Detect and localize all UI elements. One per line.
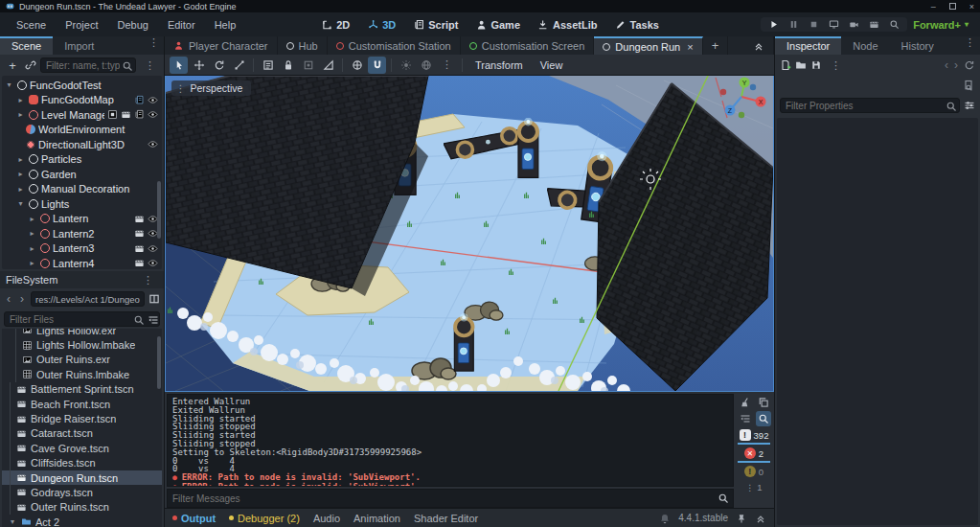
workspace-assetlib[interactable]: AssetLib bbox=[531, 17, 604, 33]
workspace-script[interactable]: Script bbox=[406, 17, 465, 33]
preview-settings-icon[interactable]: ⋮ bbox=[437, 58, 457, 71]
3d-scene[interactable]: Y X Z bbox=[166, 76, 773, 391]
scene-tree-menu-icon[interactable]: ⋮ bbox=[140, 59, 160, 72]
scene-tab-customisation-station[interactable]: Customisation Station bbox=[328, 36, 461, 55]
remote-debug-icon[interactable] bbox=[829, 19, 839, 30]
tab-scene[interactable]: Scene bbox=[0, 36, 53, 55]
new-resource-icon[interactable] bbox=[780, 59, 791, 71]
menu-project[interactable]: Project bbox=[57, 16, 106, 34]
scene-tree-scrollbar[interactable] bbox=[157, 181, 161, 239]
bottom-tab-audio[interactable]: Audio bbox=[313, 513, 340, 524]
preview-environment-toggle[interactable] bbox=[417, 57, 435, 74]
visibility-icon[interactable] bbox=[148, 258, 158, 268]
split-view-icon[interactable] bbox=[148, 293, 160, 305]
tree-node[interactable]: WorldEnvironment bbox=[2, 123, 162, 138]
path-field[interactable] bbox=[31, 291, 145, 307]
open-docs-icon[interactable] bbox=[963, 80, 974, 91]
property-tune-icon[interactable] bbox=[964, 100, 975, 111]
folder-row[interactable]: ▾Act 2 bbox=[2, 515, 162, 527]
movie-maker-icon[interactable] bbox=[849, 19, 859, 30]
close-tab-icon[interactable]: × bbox=[687, 41, 693, 53]
file-row[interactable]: Lights Hollow.lmbake bbox=[2, 337, 162, 352]
warnings-filter-toggle[interactable]: ! 0 bbox=[738, 464, 770, 479]
file-row[interactable]: Battlement Sprint.tscn bbox=[2, 382, 162, 397]
pause-button[interactable] bbox=[788, 19, 799, 30]
resource-menu-icon[interactable]: ⋮ bbox=[826, 59, 846, 72]
save-resource-icon[interactable] bbox=[810, 59, 822, 71]
object-history-icon[interactable] bbox=[964, 59, 975, 71]
file-row[interactable]: Cliffsides.tscn bbox=[2, 456, 162, 470]
maximize-button[interactable] bbox=[949, 3, 956, 10]
add-node-button[interactable]: + bbox=[4, 57, 21, 74]
stop-button[interactable] bbox=[809, 19, 819, 30]
file-tree-scrollbar[interactable] bbox=[157, 336, 161, 389]
history-back-icon[interactable]: ‹ bbox=[945, 58, 948, 72]
transform-menu[interactable]: Transform bbox=[467, 59, 531, 71]
expand-viewport-icon[interactable] bbox=[744, 36, 774, 55]
filesystem-menu-icon[interactable]: ⋮ bbox=[138, 274, 158, 286]
minimize-button[interactable]: – bbox=[931, 2, 936, 11]
play-button[interactable] bbox=[768, 19, 779, 30]
file-row[interactable]: Lights Hollow.exr bbox=[2, 329, 162, 337]
file-row[interactable]: Outer Ruins.lmbake bbox=[2, 367, 162, 381]
bottom-tab-output[interactable]: Output bbox=[172, 513, 216, 524]
visibility-icon[interactable] bbox=[148, 109, 158, 120]
tree-node[interactable]: ▸FuncGodotMap bbox=[2, 93, 162, 108]
clear-output-button[interactable] bbox=[738, 395, 753, 410]
inspector-dock-menu-icon[interactable]: ⋮ bbox=[960, 36, 980, 55]
movie-writer-icon[interactable] bbox=[869, 19, 879, 30]
property-filter-input[interactable] bbox=[780, 98, 960, 113]
tab-node[interactable]: Node bbox=[841, 36, 889, 55]
local-space-toggle[interactable] bbox=[348, 57, 366, 74]
messages-filter-toggle[interactable]: ! 392 bbox=[738, 427, 770, 445]
view-menu[interactable]: View bbox=[533, 59, 571, 71]
file-row-selected[interactable]: Dungeon Run.tscn bbox=[2, 470, 162, 485]
script-icon[interactable] bbox=[134, 95, 145, 105]
visibility-icon[interactable] bbox=[148, 139, 158, 149]
viewport-menu-icon[interactable]: ⋮ bbox=[175, 82, 186, 94]
tree-node[interactable]: DirectionalLight3D bbox=[2, 137, 162, 152]
file-row[interactable]: Cataract.tscn bbox=[2, 426, 162, 441]
file-row[interactable]: Outer Ruins.tscn bbox=[2, 500, 162, 515]
visibility-icon[interactable] bbox=[148, 243, 158, 254]
tree-node[interactable]: ▸Level Manager bbox=[2, 107, 162, 123]
nav-forward-icon[interactable]: › bbox=[17, 292, 27, 306]
info-filter-toggle[interactable]: ⋮ 1 bbox=[738, 480, 770, 494]
pin-bottom-panel-icon[interactable] bbox=[736, 513, 747, 524]
show-search-button[interactable] bbox=[756, 411, 771, 426]
lock-node-icon[interactable] bbox=[279, 57, 297, 74]
expand-bottom-panel-icon[interactable] bbox=[755, 513, 766, 524]
file-row[interactable]: Outer Ruins.exr bbox=[2, 353, 162, 367]
tree-node[interactable]: ▸Particles bbox=[2, 152, 162, 168]
tree-node[interactable]: ▸Manual Decoration bbox=[2, 182, 162, 197]
snap-toggle[interactable] bbox=[368, 57, 386, 74]
load-resource-icon[interactable] bbox=[795, 59, 807, 71]
3d-viewport[interactable]: Y X Z ⋮ Perspective bbox=[165, 76, 774, 392]
profiler-icon[interactable] bbox=[889, 19, 900, 30]
tree-node[interactable]: ▸Lantern4 bbox=[2, 256, 162, 269]
workspace-3d[interactable]: 3D bbox=[360, 17, 402, 33]
bottom-tab-animation[interactable]: Animation bbox=[353, 513, 400, 524]
list-select-tool[interactable] bbox=[259, 57, 277, 74]
workspace-tasks[interactable]: Tasks bbox=[607, 17, 665, 33]
tree-node[interactable]: ▸Garden bbox=[2, 167, 162, 182]
move-tool[interactable] bbox=[190, 57, 208, 74]
preview-sun-toggle[interactable] bbox=[397, 57, 415, 74]
history-forward-icon[interactable]: › bbox=[954, 58, 958, 72]
ruler-tool[interactable] bbox=[319, 57, 337, 74]
group-node-icon[interactable] bbox=[299, 57, 317, 74]
tree-node[interactable]: ▸Lantern3 bbox=[2, 241, 162, 257]
select-tool[interactable] bbox=[170, 57, 188, 74]
renderer-selector[interactable]: Forward+▾ bbox=[909, 19, 972, 31]
output-log[interactable]: Entered Wallrun Exited Wallrun Sliiding … bbox=[167, 394, 734, 487]
filter-messages-input[interactable] bbox=[168, 493, 718, 504]
notifications-bell-icon[interactable] bbox=[659, 513, 671, 524]
workspace-2d[interactable]: 2D bbox=[314, 17, 356, 33]
menu-debug[interactable]: Debug bbox=[108, 16, 156, 34]
menu-help[interactable]: Help bbox=[206, 16, 245, 34]
sort-icon[interactable] bbox=[148, 314, 159, 326]
scene-tab-player-character[interactable]: Player Character bbox=[165, 36, 278, 55]
scene-tab-hub[interactable]: Hub bbox=[278, 36, 328, 55]
script-icon[interactable] bbox=[134, 109, 145, 120]
tree-node[interactable]: ▸Lantern2 bbox=[2, 226, 162, 241]
